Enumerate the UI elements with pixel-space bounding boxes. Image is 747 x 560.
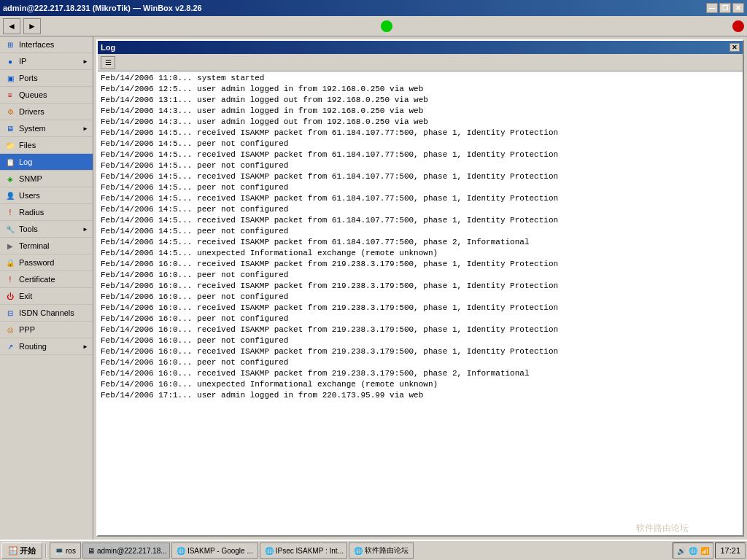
sidebar-item-password[interactable]: 🔒Password	[0, 254, 93, 271]
sidebar-item-isdn-channels[interactable]: ⊟ISDN Channels	[0, 305, 93, 322]
log-message: received ISAKMP packet from 61.184.107.7…	[197, 194, 558, 203]
drivers-icon: ⚙	[4, 106, 16, 117]
log-message: received ISAKMP packet from 61.184.107.7…	[197, 150, 558, 159]
log-entry: Feb/14/2006 16:0... peer not configured	[101, 335, 740, 346]
log-message: received ISAKMP packet from 219.238.3.17…	[197, 369, 529, 378]
system-icon: 🖥	[4, 122, 16, 134]
log-timestamp: Feb/14/2006 14:5...	[101, 249, 197, 257]
sidebar-item-files[interactable]: 📁Files	[0, 137, 93, 154]
sidebar-item-queues[interactable]: ≡Queues	[0, 87, 93, 104]
log-message: user admin logged in from 220.173.95.99 …	[197, 391, 423, 400]
close-button[interactable]: ✕	[732, 3, 744, 13]
isakmp-google-taskbar-icon: 🌐	[177, 547, 185, 555]
forward-button[interactable]: ►	[23, 18, 41, 34]
log-timestamp: Feb/14/2006 14:5...	[101, 128, 197, 137]
log-entry: Feb/14/2006 16:0... received ISAKMP pack…	[101, 346, 740, 357]
ip-arrow-icon: ►	[82, 58, 88, 65]
taskbar-item-winbox[interactable]: 🖥admin@222.217.18...	[82, 542, 170, 559]
sidebar-label-users: Users	[19, 191, 40, 200]
sidebar-item-certificate[interactable]: !Certificate	[0, 271, 93, 288]
winbox-taskbar-label: admin@222.217.18...	[97, 547, 167, 555]
log-entry: Feb/14/2006 16:0... peer not configured	[101, 292, 740, 303]
system-tray: 🔊 🌐 📶	[673, 542, 713, 559]
log-entry: Feb/14/2006 14:5... peer not configured	[101, 204, 740, 215]
log-timestamp: Feb/14/2006 16:0...	[101, 358, 197, 367]
back-button[interactable]: ◄	[3, 18, 20, 34]
sidebar-label-interfaces: Interfaces	[19, 40, 54, 49]
log-entry: Feb/14/2006 14:5... received ISAKMP pack…	[101, 128, 740, 139]
log-message: received ISAKMP packet from 61.184.107.7…	[197, 128, 558, 137]
ros-taskbar-icon: 💻	[55, 547, 63, 555]
log-message: peer not configured	[197, 139, 288, 148]
minimize-button[interactable]: —	[706, 3, 718, 13]
sidebar-item-terminal[interactable]: ▶Terminal	[0, 238, 93, 254]
log-scroll-button[interactable]: ☰	[101, 56, 115, 69]
sidebar-label-system: System	[19, 124, 46, 133]
sidebar-item-ip[interactable]: ●IP►	[0, 53, 93, 70]
log-window: Log ✕ ☰ Feb/14/2006 11:0... system start…	[96, 39, 744, 537]
log-timestamp: Feb/14/2006 16:0...	[101, 380, 197, 389]
log-timestamp: Feb/14/2006 14:5...	[101, 172, 197, 181]
title-bar: admin@222.217.18.231 (MikroTik) — WinBox…	[0, 0, 747, 16]
isdn-channels-icon: ⊟	[4, 307, 16, 319]
log-entry: Feb/14/2006 14:5... received ISAKMP pack…	[101, 237, 740, 248]
log-message: system started	[197, 74, 264, 82]
sidebar-label-ppp: PPP	[19, 325, 35, 334]
content-area: Log ✕ ☰ Feb/14/2006 11:0... system start…	[93, 36, 747, 540]
log-entry: Feb/14/2006 16:0... peer not configured	[101, 357, 740, 368]
sidebar-item-ports[interactable]: ▣Ports	[0, 70, 93, 87]
log-timestamp: Feb/14/2006 16:0...	[101, 292, 197, 301]
log-entry: Feb/14/2006 17:1... user admin logged in…	[101, 390, 740, 401]
taskbar-item-isakmp-google[interactable]: 🌐ISAKMP - Google ...	[171, 542, 258, 559]
ports-icon: ▣	[4, 72, 16, 84]
sidebar-label-drivers: Drivers	[19, 107, 44, 116]
sidebar-item-snmp[interactable]: ◈SNMP	[0, 171, 93, 187]
certificate-icon: !	[4, 273, 16, 285]
log-entry: Feb/14/2006 11:0... system started	[101, 73, 740, 84]
start-button[interactable]: 🪟 开始	[1, 542, 42, 559]
log-entry: Feb/14/2006 16:0... peer not configured	[101, 270, 740, 281]
log-timestamp: Feb/14/2006 14:5...	[101, 150, 197, 159]
sidebar-item-radius[interactable]: !Radius	[0, 204, 93, 221]
taskbar-item-ipsec-isakmp[interactable]: 🌐IPsec ISAKMP : Int...	[260, 542, 347, 559]
unknown-taskbar-icon: 🌐	[354, 547, 363, 555]
sidebar-item-users[interactable]: 👤Users	[0, 187, 93, 204]
taskbar-item-ros[interactable]: 💻ros	[50, 542, 81, 559]
log-window-close-button[interactable]: ✕	[729, 43, 740, 52]
log-message: received ISAKMP packet from 61.184.107.7…	[197, 216, 558, 225]
log-timestamp: Feb/14/2006 14:5...	[101, 183, 197, 192]
interfaces-icon: ⊞	[4, 39, 16, 50]
clock: 17:21	[715, 542, 746, 559]
snmp-icon: ◈	[4, 173, 16, 184]
log-entry: Feb/14/2006 16:0... received ISAKMP pack…	[101, 259, 740, 270]
log-timestamp: Feb/14/2006 14:5...	[101, 216, 197, 225]
log-timestamp: Feb/14/2006 16:0...	[101, 347, 197, 356]
taskbar-item-unknown[interactable]: 🌐软件路由论坛	[349, 542, 414, 559]
sidebar-item-routing[interactable]: ↗Routing►	[0, 338, 93, 355]
log-message: user admin logged in from 192.168.0.250 …	[197, 106, 423, 115]
sidebar-item-system[interactable]: 🖥System►	[0, 120, 93, 137]
ppp-icon: ◎	[4, 324, 16, 335]
log-window-titlebar: Log ✕	[98, 41, 743, 54]
sidebar-item-drivers[interactable]: ⚙Drivers	[0, 104, 93, 120]
log-entry: Feb/14/2006 14:5... peer not configured	[101, 139, 740, 149]
log-content: Feb/14/2006 11:0... system startedFeb/14…	[98, 71, 743, 535]
log-window-title: Log	[101, 43, 115, 52]
sidebar-label-log: Log	[19, 158, 32, 166]
start-label: 开始	[20, 545, 36, 556]
sidebar-item-log[interactable]: 📋Log	[0, 154, 93, 171]
log-entry: Feb/14/2006 14:5... peer not configured	[101, 182, 740, 193]
log-message: peer not configured	[197, 314, 288, 323]
log-entry: Feb/14/2006 14:5... peer not configured	[101, 226, 740, 237]
sidebar-label-queues: Queues	[19, 90, 47, 99]
sidebar-item-exit[interactable]: ⏻Exit	[0, 288, 93, 305]
sidebar-item-ppp[interactable]: ◎PPP	[0, 322, 93, 338]
log-timestamp: Feb/14/2006 13:1...	[101, 96, 197, 104]
log-message: peer not configured	[197, 183, 288, 192]
ipsec-isakmp-taskbar-label: IPsec ISAKMP : Int...	[276, 547, 344, 555]
sidebar-label-radius: Radius	[19, 208, 44, 217]
log-entry: Feb/14/2006 16:0... unexpected Informati…	[101, 379, 740, 390]
sidebar-item-interfaces[interactable]: ⊞Interfaces	[0, 36, 93, 53]
restore-button[interactable]: ❐	[719, 3, 731, 13]
sidebar-item-tools[interactable]: 🔧Tools►	[0, 221, 93, 238]
